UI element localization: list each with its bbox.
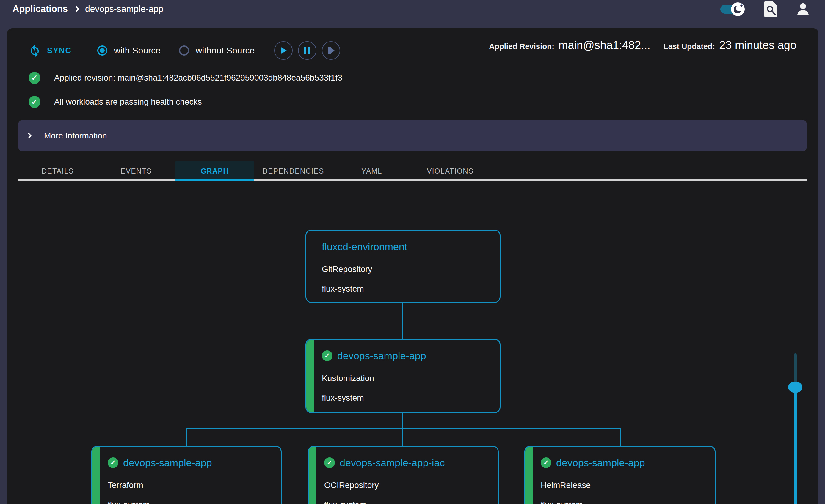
health-check-icon: ✓ (322, 350, 332, 361)
status-health-text: All workloads are passing health checks (54, 97, 202, 107)
node-title[interactable]: fluxcd-environment (322, 241, 407, 253)
top-bar: Applications devops-sample-app ★ (0, 0, 825, 28)
revision-summary: Applied Revision: main@sha1:482... Last … (489, 39, 797, 52)
applied-revision-label: Applied Revision: (489, 42, 554, 51)
health-strip (92, 447, 100, 504)
sync-mode-radio-group: with Source without Source (97, 46, 273, 56)
graph-node-kustomization[interactable]: ✓ devops-sample-app Kustomization flux-s… (305, 339, 501, 413)
graph-edge (620, 428, 621, 446)
node-namespace: flux-system (322, 285, 497, 293)
graph-edge (186, 428, 620, 429)
radio-without-source[interactable]: without Source (179, 46, 254, 56)
tab-details[interactable]: DETAILS (18, 161, 97, 181)
tab-violations[interactable]: VIOLATIONS (411, 161, 490, 181)
star-icon: ★ (740, 4, 743, 8)
status-row-revision: ✓ Applied revision: main@sha1:482acb06d5… (28, 72, 342, 84)
last-updated-label: Last Updated: (664, 42, 715, 51)
health-check-icon: ✓ (541, 457, 551, 468)
graph-edge (402, 413, 403, 428)
dark-mode-toggle[interactable]: ★ (720, 4, 745, 14)
node-kind: Terraform (108, 481, 278, 489)
sync-toolbar: SYNC with Source without Source (28, 41, 340, 60)
chevron-right-icon (26, 133, 32, 139)
sync-button[interactable]: SYNC (28, 44, 72, 57)
node-namespace: flux-system (324, 501, 495, 504)
health-check-icon: ✓ (324, 457, 335, 468)
more-information-expander[interactable]: More Information (18, 120, 807, 151)
health-check-icon: ✓ (108, 457, 119, 468)
node-kind: OCIRepository (324, 481, 495, 489)
more-information-label: More Information (44, 131, 107, 141)
application-detail-card: SYNC with Source without Source A (7, 28, 818, 504)
status-row-health: ✓ All workloads are passing health check… (28, 96, 202, 108)
node-title[interactable]: devops-sample-app (123, 457, 212, 469)
tab-events[interactable]: EVENTS (97, 161, 175, 181)
success-check-icon: ✓ (28, 72, 41, 84)
step-icon (327, 47, 335, 55)
radio-with-source-label: with Source (114, 46, 161, 56)
health-strip (525, 447, 533, 504)
node-title[interactable]: devops-sample-app (337, 350, 426, 362)
sync-label: SYNC (47, 46, 72, 55)
radio-unselected-icon[interactable] (179, 46, 189, 56)
node-title[interactable]: devops-sample-app-iac (340, 457, 445, 469)
graph-edge (186, 428, 187, 446)
tab-graph[interactable]: GRAPH (175, 161, 254, 181)
tab-yaml[interactable]: YAML (332, 161, 411, 181)
breadcrumb-chevron-icon (73, 6, 79, 12)
health-strip (306, 340, 314, 412)
radio-without-source-label: without Source (196, 46, 254, 56)
zoom-slider-thumb[interactable] (788, 382, 802, 393)
graph-edge (402, 303, 403, 339)
user-button[interactable] (797, 2, 810, 16)
zoom-slider-fill[interactable] (794, 387, 797, 504)
doc-search-icon (764, 1, 777, 17)
breadcrumb-current: devops-sample-app (85, 4, 163, 14)
node-kind: GitRepository (322, 265, 497, 273)
node-title[interactable]: devops-sample-app (556, 457, 645, 469)
tab-dependencies[interactable]: DEPENDENCIES (254, 161, 332, 181)
radio-selected-icon[interactable] (97, 46, 107, 56)
tab-underline (18, 179, 807, 181)
graph-node-terraform[interactable]: ✓ devops-sample-app Terraform flux-syste… (91, 446, 282, 504)
step-button[interactable] (322, 41, 340, 60)
reconcile-controls (274, 41, 340, 60)
node-kind: HelmRelease (541, 481, 712, 489)
health-strip (309, 447, 316, 504)
moon-icon[interactable]: ★ (731, 2, 745, 16)
play-icon (280, 47, 287, 55)
radio-with-source[interactable]: with Source (97, 46, 161, 56)
graph-node-ocirepository[interactable]: ✓ devops-sample-app-iac OCIRepository fl… (308, 446, 499, 504)
breadcrumb-root[interactable]: Applications (12, 4, 68, 14)
node-namespace: flux-system (108, 501, 278, 504)
user-icon (797, 2, 810, 16)
pause-button[interactable] (298, 41, 316, 60)
graph-node-gitrepository[interactable]: fluxcd-environment GitRepository flux-sy… (305, 230, 501, 303)
node-namespace: flux-system (322, 394, 497, 402)
node-kind: Kustomization (322, 374, 497, 383)
topbar-actions: ★ (720, 2, 810, 17)
applied-revision-value: main@sha1:482... (558, 39, 651, 52)
tab-bar: DETAILS EVENTS GRAPH DEPENDENCIES YAML V… (18, 161, 807, 181)
graph-edge (402, 428, 403, 446)
sync-icon (28, 44, 42, 57)
doc-search-button[interactable] (764, 1, 777, 17)
play-button[interactable] (274, 41, 293, 60)
breadcrumb: Applications devops-sample-app (12, 3, 164, 15)
node-namespace: flux-system (541, 501, 712, 504)
last-updated-value: 23 minutes ago (719, 39, 797, 52)
tab-underline-active (175, 179, 254, 181)
resource-graph: fluxcd-environment GitRepository flux-sy… (7, 183, 818, 504)
status-revision-text: Applied revision: main@sha1:482acb06d552… (54, 73, 342, 83)
success-check-icon: ✓ (28, 96, 41, 108)
pause-icon (304, 47, 311, 55)
graph-node-helmrelease[interactable]: ✓ devops-sample-app HelmRelease flux-sys… (524, 446, 716, 504)
